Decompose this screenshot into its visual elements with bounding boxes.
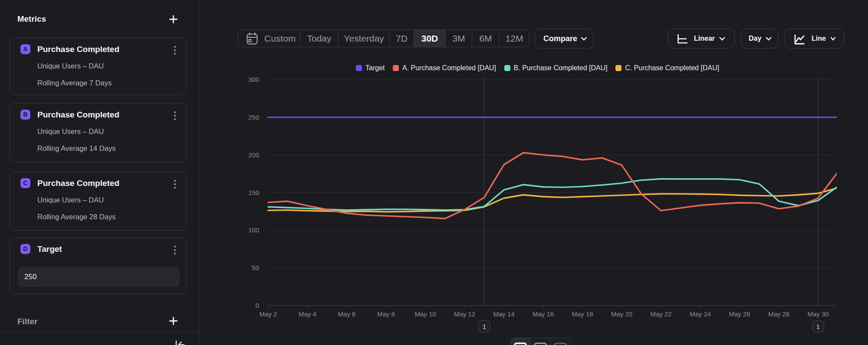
svg-text:1: 1 bbox=[816, 323, 820, 330]
svg-text:May 24: May 24 bbox=[690, 310, 711, 318]
svg-text:May 28: May 28 bbox=[768, 310, 789, 318]
svg-text:May 10: May 10 bbox=[414, 310, 436, 318]
svg-text:May 12: May 12 bbox=[454, 310, 475, 318]
svg-text:0: 0 bbox=[256, 302, 259, 309]
svg-text:150: 150 bbox=[248, 189, 259, 196]
svg-text:May 2: May 2 bbox=[260, 310, 277, 318]
svg-text:1: 1 bbox=[483, 323, 486, 330]
svg-text:May 6: May 6 bbox=[338, 310, 356, 318]
svg-text:300: 300 bbox=[248, 76, 259, 83]
svg-text:May 18: May 18 bbox=[572, 310, 593, 318]
svg-text:May 22: May 22 bbox=[650, 310, 671, 318]
svg-text:50: 50 bbox=[252, 264, 259, 271]
svg-text:May 8: May 8 bbox=[377, 310, 395, 318]
svg-text:May 30: May 30 bbox=[807, 310, 829, 318]
svg-text:100: 100 bbox=[248, 226, 259, 234]
svg-text:May 26: May 26 bbox=[729, 310, 750, 318]
svg-text:May 14: May 14 bbox=[493, 310, 514, 318]
svg-text:May 20: May 20 bbox=[611, 310, 632, 318]
svg-text:200: 200 bbox=[248, 151, 259, 159]
svg-text:May 16: May 16 bbox=[533, 310, 554, 318]
svg-text:May 4: May 4 bbox=[299, 310, 316, 318]
svg-text:250: 250 bbox=[248, 114, 259, 121]
